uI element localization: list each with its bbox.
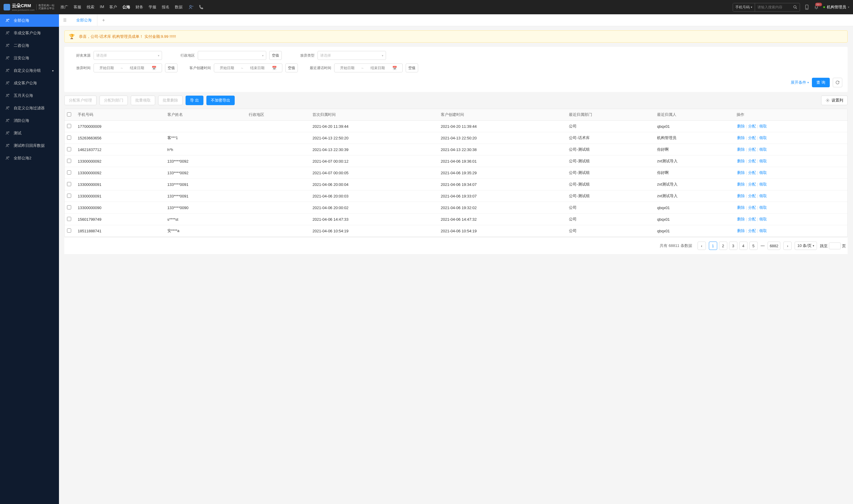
abandon-time-range[interactable]: ~📅 <box>93 64 162 72</box>
export-button[interactable]: 导 出 <box>185 96 203 105</box>
delete-link[interactable]: 删除 <box>737 147 745 151</box>
page-3[interactable]: 3 <box>729 241 738 250</box>
query-button[interactable]: 查 询 <box>812 78 830 87</box>
set-columns-button[interactable]: 设置列 <box>821 96 848 105</box>
abandon-type-select[interactable]: 请选择▾ <box>317 51 386 60</box>
assign-link[interactable]: 分配 <box>748 182 756 186</box>
sidebar-item-测试昨日回库数据[interactable]: 测试昨日回库数据 <box>0 139 59 152</box>
delete-link[interactable]: 删除 <box>737 136 745 140</box>
sidebar-item-非成交客户公海[interactable]: 非成交客户公海 <box>0 27 59 39</box>
row-checkbox[interactable] <box>67 205 71 210</box>
delete-link[interactable]: 删除 <box>737 159 745 163</box>
last-call-range[interactable]: ~📅 <box>334 64 403 72</box>
export-plain-button[interactable]: 不加密导出 <box>206 96 235 105</box>
select-all-checkbox[interactable] <box>67 112 71 116</box>
page-5[interactable]: 5 <box>749 241 758 250</box>
sidebar-item-自定义公海过滤器[interactable]: 自定义公海过滤器 <box>0 102 59 114</box>
claim-link[interactable]: 领取 <box>759 159 767 163</box>
page-2[interactable]: 2 <box>719 241 727 250</box>
row-checkbox[interactable] <box>67 182 71 186</box>
assign-link[interactable]: 分配 <box>748 217 756 221</box>
sidebar-item-成交客户公海[interactable]: 成交客户公海 <box>0 77 59 89</box>
claim-link[interactable]: 领取 <box>759 136 767 140</box>
batch-delete-button[interactable]: 批量删除 <box>158 96 183 105</box>
page-4[interactable]: 4 <box>739 241 748 250</box>
row-checkbox[interactable] <box>67 194 71 198</box>
delete-link[interactable]: 删除 <box>737 205 745 210</box>
claim-link[interactable]: 领取 <box>759 229 767 233</box>
row-checkbox[interactable] <box>67 136 71 140</box>
row-checkbox[interactable] <box>67 229 71 233</box>
claim-link[interactable]: 领取 <box>759 194 767 198</box>
nav-推广[interactable]: 推广 <box>60 0 68 14</box>
last-call-null-button[interactable]: 空值 <box>406 64 418 72</box>
refresh-button[interactable] <box>833 78 842 87</box>
row-checkbox[interactable] <box>67 159 71 163</box>
assign-link[interactable]: 分配 <box>748 194 756 198</box>
page-jump-input[interactable] <box>829 242 841 249</box>
nav-学服[interactable]: 学服 <box>149 0 156 14</box>
sidebar-item-注安公海[interactable]: 注安公海 <box>0 52 59 64</box>
nav-公海[interactable]: 公海 <box>122 0 130 14</box>
sidebar-item-消防公海[interactable]: 消防公海 <box>0 114 59 127</box>
sidebar-item-全部公海2[interactable]: 全部公海2 <box>0 152 59 164</box>
assign-link[interactable]: 分配 <box>748 124 756 128</box>
row-checkbox[interactable] <box>67 147 71 151</box>
next-page-button[interactable]: › <box>783 241 792 250</box>
page-size-select[interactable]: 10 条/页▾ <box>795 241 817 250</box>
sidebar-item-自定义公海分组[interactable]: 自定义公海分组▾ <box>0 64 59 77</box>
claim-link[interactable]: 领取 <box>759 170 767 175</box>
sidebar-item-全部公海[interactable]: 全部公海 <box>0 14 59 27</box>
bell-icon[interactable]: 99+ <box>814 4 819 10</box>
admin-area-null-button[interactable]: 空值 <box>269 51 282 60</box>
assign-manager-button[interactable]: 分配客户经理 <box>64 96 96 105</box>
search-input[interactable] <box>755 4 791 11</box>
page-1[interactable]: 1 <box>709 241 717 250</box>
claim-link[interactable]: 领取 <box>759 147 767 151</box>
assign-link[interactable]: 分配 <box>748 136 756 140</box>
assign-link[interactable]: 分配 <box>748 229 756 233</box>
abandon-time-null-button[interactable]: 空值 <box>165 64 178 72</box>
row-checkbox[interactable] <box>67 124 71 128</box>
nav-线索[interactable]: 线索 <box>87 0 94 14</box>
assign-link[interactable]: 分配 <box>748 170 756 175</box>
sidebar-item-二咨公海[interactable]: 二咨公海 <box>0 39 59 52</box>
phone-icon[interactable] <box>199 4 204 10</box>
tabs-toggle-icon[interactable]: ☰ <box>59 18 71 22</box>
search-type-select[interactable]: 手机号码▾ <box>733 3 755 11</box>
create-time-null-button[interactable]: 空值 <box>285 64 298 72</box>
assign-dept-button[interactable]: 分配到部门 <box>99 96 128 105</box>
delete-link[interactable]: 删除 <box>737 229 745 233</box>
mobile-icon[interactable] <box>804 4 810 10</box>
create-time-range[interactable]: ~📅 <box>214 64 282 72</box>
assign-link[interactable]: 分配 <box>748 205 756 210</box>
nav-数据[interactable]: 数据 <box>175 0 183 14</box>
batch-claim-button[interactable]: 批量领取 <box>131 96 155 105</box>
nav-客户[interactable]: 客户 <box>109 0 117 14</box>
claim-link[interactable]: 领取 <box>759 182 767 186</box>
nav-客服[interactable]: 客服 <box>74 0 81 14</box>
sidebar-item-测试[interactable]: 测试 <box>0 127 59 139</box>
admin-area-select[interactable]: ▾ <box>198 51 266 60</box>
claim-link[interactable]: 领取 <box>759 205 767 210</box>
delete-link[interactable]: 删除 <box>737 182 745 186</box>
nav-报名[interactable]: 报名 <box>162 0 169 14</box>
user-menu[interactable]: 机构管理员 ▾ <box>823 4 849 10</box>
delete-link[interactable]: 删除 <box>737 124 745 128</box>
delete-link[interactable]: 删除 <box>737 194 745 198</box>
prev-page-button[interactable]: ‹ <box>697 241 706 250</box>
row-checkbox[interactable] <box>67 217 71 221</box>
last-page-button[interactable]: 6882 <box>767 241 780 250</box>
add-tab-button[interactable]: + <box>97 18 110 23</box>
expand-filters-link[interactable]: 展开条件▾ <box>791 78 809 87</box>
delete-link[interactable]: 删除 <box>737 170 745 175</box>
assign-link[interactable]: 分配 <box>748 147 756 151</box>
claim-link[interactable]: 领取 <box>759 217 767 221</box>
delete-link[interactable]: 删除 <box>737 217 745 221</box>
row-checkbox[interactable] <box>67 170 71 175</box>
tab-active[interactable]: 全部公海 <box>71 15 97 26</box>
friend-source-select[interactable]: 请选择▾ <box>93 51 162 60</box>
search-button[interactable] <box>791 4 800 11</box>
sidebar-item-五月天公海[interactable]: 五月天公海 <box>0 89 59 102</box>
claim-link[interactable]: 领取 <box>759 124 767 128</box>
